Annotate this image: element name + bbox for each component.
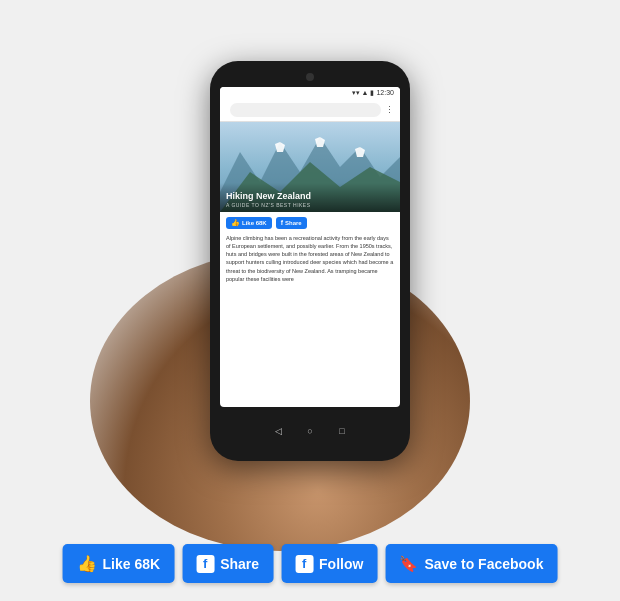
url-bar	[230, 103, 381, 117]
save-to-facebook-button[interactable]: 🔖 Save to Facebook	[385, 544, 557, 583]
article-subtitle: A GUIDE TO NZ'S BEST HIKES	[226, 202, 394, 208]
screen-content: 👍 Like 68K f Share Alpine climbing has b…	[220, 212, 400, 289]
article-title: Hiking New Zealand	[226, 191, 394, 202]
like-button-small[interactable]: 👍 Like 68K	[226, 217, 272, 229]
hero-image: Hiking New Zealand A GUIDE TO NZ'S BEST …	[220, 122, 400, 212]
phone-camera	[306, 73, 314, 81]
facebook-logo-share: f	[196, 555, 214, 573]
fb-buttons-row: 👍 Like 68K f Share	[226, 217, 394, 229]
share-label-small: Share	[285, 220, 302, 226]
thumb-up-icon: 👍	[77, 554, 97, 573]
like-button-label: Like 68K	[103, 556, 161, 572]
home-button[interactable]: ○	[304, 425, 316, 437]
facebook-logo-follow: f	[295, 555, 313, 573]
article-body: Alpine climbing has been a recreational …	[226, 234, 394, 284]
like-label-small: Like 68K	[242, 220, 267, 226]
hero-overlay: Hiking New Zealand A GUIDE TO NZ'S BEST …	[220, 183, 400, 212]
phone-mockup: ▾▾ ▲ ▮ 12:30 ⋮	[150, 61, 470, 521]
share-button-small[interactable]: f Share	[276, 217, 307, 229]
follow-button[interactable]: f Follow	[281, 544, 377, 583]
save-button-label: Save to Facebook	[424, 556, 543, 572]
signal-icon: ▾▾	[352, 89, 360, 97]
share-button-label: Share	[220, 556, 259, 572]
wifi-icon: ▲	[362, 89, 369, 96]
like-button[interactable]: 👍 Like 68K	[63, 544, 175, 583]
back-button[interactable]: ◁	[272, 425, 284, 437]
thumb-icon-small: 👍	[231, 219, 240, 227]
recent-button[interactable]: □	[336, 425, 348, 437]
fb-icon-small: f	[281, 219, 283, 226]
time-display: 12:30	[376, 89, 394, 96]
share-button[interactable]: f Share	[182, 544, 273, 583]
status-bar: ▾▾ ▲ ▮ 12:30	[220, 87, 400, 99]
follow-button-label: Follow	[319, 556, 363, 572]
bookmark-icon: 🔖	[399, 555, 418, 573]
phone-nav: ◁ ○ □	[272, 407, 348, 449]
phone-device: ▾▾ ▲ ▮ 12:30 ⋮	[210, 61, 410, 461]
phone-screen: ▾▾ ▲ ▮ 12:30 ⋮	[220, 87, 400, 407]
action-buttons-row: 👍 Like 68K f Share f Follow 🔖 Save to Fa…	[63, 544, 558, 583]
browser-toolbar: ⋮	[220, 99, 400, 122]
menu-icon: ⋮	[385, 105, 394, 115]
battery-icon: ▮	[370, 89, 374, 97]
